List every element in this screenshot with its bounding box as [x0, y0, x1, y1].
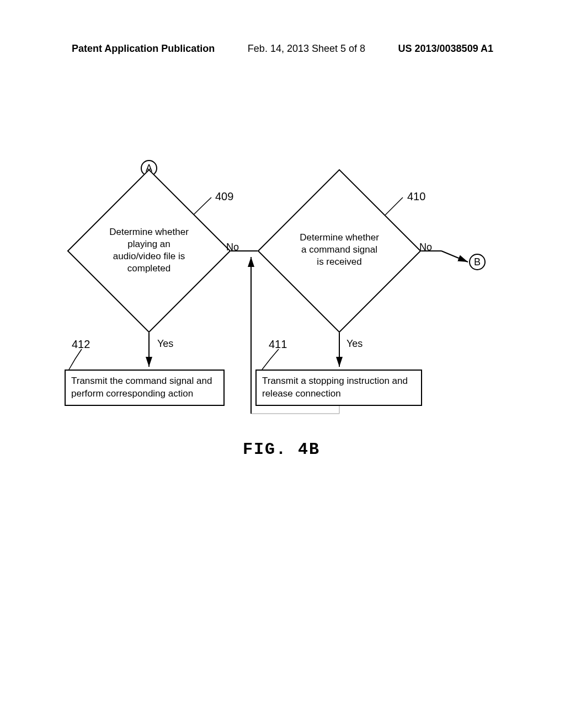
connector-b-label: B	[474, 256, 481, 268]
decision-409	[67, 169, 231, 333]
process-412-text: Transmit the command signal and perform …	[71, 376, 212, 399]
connector-b: B	[469, 254, 486, 270]
ref-411: 411	[269, 338, 287, 351]
edge-no-409: No	[226, 242, 239, 253]
publication-date-sheet: Feb. 14, 2013 Sheet 5 of 8	[248, 43, 365, 55]
publication-number: US 2013/0038509 A1	[398, 43, 493, 55]
edge-no-410: No	[419, 242, 432, 253]
publication-type: Patent Application Publication	[72, 43, 215, 55]
ref-410: 410	[407, 190, 425, 203]
edge-yes-410: Yes	[347, 338, 363, 350]
ref-409: 409	[215, 190, 233, 203]
svg-line-4	[441, 251, 468, 262]
ref-412: 412	[72, 338, 90, 351]
decision-410	[258, 169, 422, 333]
process-411-text: Transmit a stopping instruction and rele…	[262, 376, 408, 399]
flowchart-diagram: A B Determine whether playing an audio/v…	[55, 160, 508, 447]
process-411: Transmit a stopping instruction and rele…	[255, 370, 422, 406]
figure-label: FIG. 4B	[55, 440, 508, 459]
page-header: Patent Application Publication Feb. 14, …	[0, 43, 565, 55]
edge-yes-409: Yes	[157, 338, 173, 350]
process-412: Transmit the command signal and perform …	[65, 370, 225, 406]
